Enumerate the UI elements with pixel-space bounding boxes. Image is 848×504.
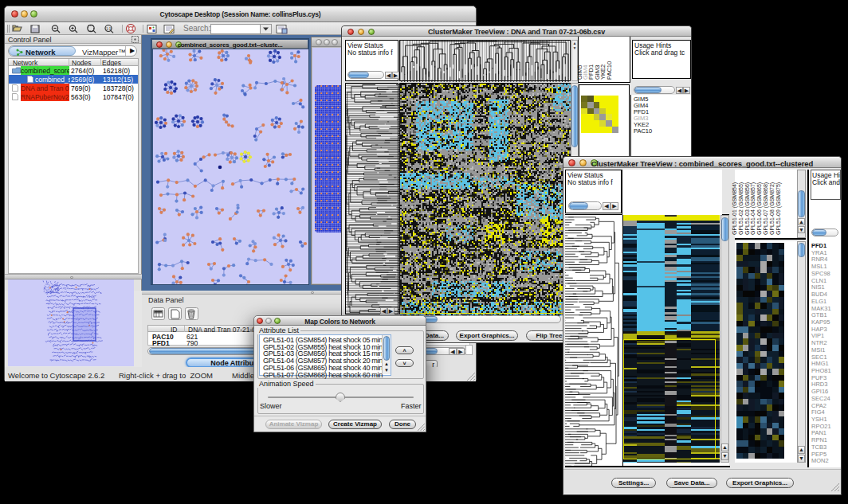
svg-text:Search:: Search: <box>183 24 210 33</box>
svg-text:1:1: 1:1 <box>106 27 112 31</box>
